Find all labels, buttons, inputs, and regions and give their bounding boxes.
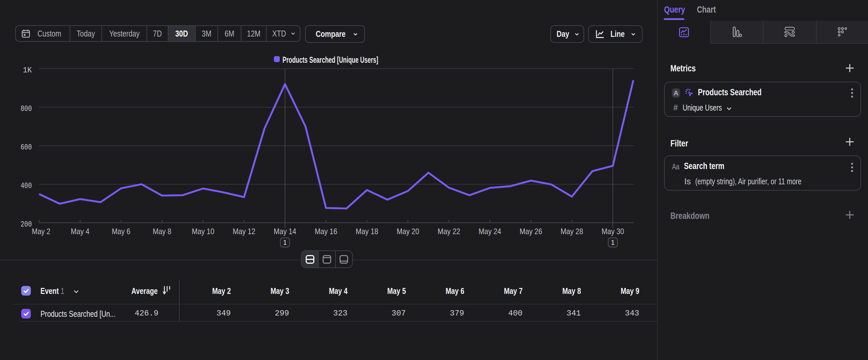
svg-text:400: 400 [21,181,32,190]
svg-text:May 26: May 26 [520,227,542,236]
svg-text:600: 600 [21,143,32,152]
svg-text:May 22: May 22 [438,227,460,236]
svg-text:1K: 1K [23,66,32,75]
svg-text:May 18: May 18 [356,227,378,236]
svg-text:May 20: May 20 [397,227,419,236]
svg-text:May 2: May 2 [32,227,51,236]
svg-text:May 30: May 30 [601,227,624,236]
svg-text:May 16: May 16 [315,227,337,236]
svg-text:800: 800 [21,104,32,113]
svg-text:May 12: May 12 [233,227,255,236]
svg-text:May 14: May 14 [274,227,297,236]
svg-text:May 28: May 28 [561,227,583,236]
svg-text:200: 200 [21,220,32,229]
svg-text:May 24: May 24 [479,227,501,236]
svg-text:May 4: May 4 [71,227,90,236]
svg-text:May 10: May 10 [192,227,214,236]
svg-text:1: 1 [283,239,287,246]
svg-text:1: 1 [611,239,615,246]
svg-text:May 6: May 6 [112,227,130,236]
svg-text:May 8: May 8 [153,227,172,236]
